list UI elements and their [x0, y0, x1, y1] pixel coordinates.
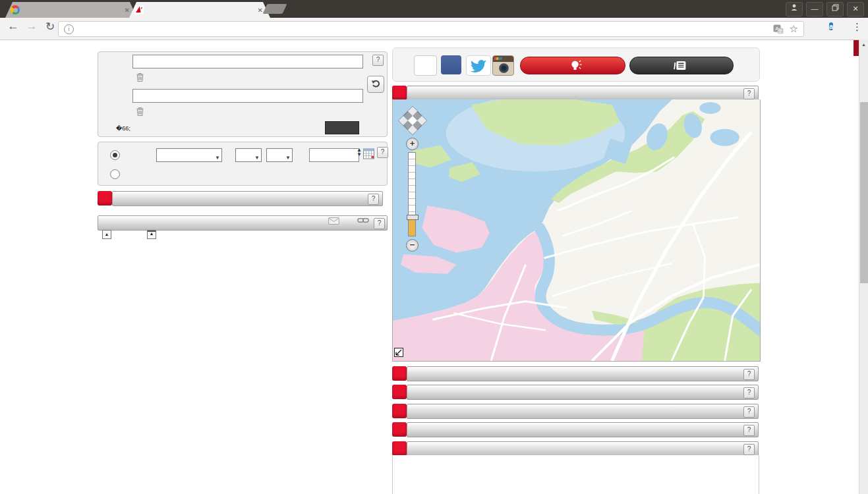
collapse-print-button[interactable] — [392, 441, 407, 456]
print-header-bar[interactable]: ? — [407, 441, 759, 456]
zoom-slider-handle[interactable] — [407, 215, 419, 220]
datetime-panel: ▼ ▼ ▼ ▲▼ ? — [98, 142, 388, 186]
advanced-settings-bar[interactable]: ? — [112, 191, 383, 206]
depart-select[interactable]: ▼ — [156, 148, 222, 162]
help-button[interactable]: ? — [743, 387, 755, 398]
trip-request-form: ? �66; — [98, 51, 388, 137]
restore-button[interactable] — [826, 2, 844, 16]
lightbulb-icon — [569, 60, 582, 71]
help-button[interactable]: ? — [372, 55, 384, 66]
downloads-origin-bar[interactable]: ? — [407, 385, 759, 400]
restore-icon — [832, 4, 839, 11]
page-info-icon[interactable]: i — [64, 24, 74, 34]
help-button[interactable]: ? — [743, 444, 755, 455]
window-titlebar: ✕ ✕ — ✕ — [0, 0, 868, 18]
swap-icon — [370, 78, 381, 89]
journeys-header-bar: ? — [98, 215, 388, 231]
print-panel — [392, 455, 759, 494]
page-edge-marker — [854, 40, 859, 56]
map-resize-button[interactable] — [394, 348, 403, 359]
youtube-icon[interactable] — [414, 55, 437, 76]
browser-tab-inactive[interactable]: ✕ — [5, 2, 137, 18]
scrollbar-thumb[interactable] — [860, 102, 868, 283]
map-header-bar[interactable]: ? — [407, 86, 759, 101]
close-button[interactable]: ✕ — [847, 2, 864, 16]
hour-select[interactable]: ▼ — [235, 148, 262, 162]
map-canvas[interactable]: + − — [392, 99, 761, 362]
send-button[interactable] — [328, 217, 342, 225]
extension-a-icon[interactable]: a — [829, 22, 842, 34]
suggestion-button[interactable] — [520, 57, 625, 74]
twitter-bird-icon — [469, 59, 486, 72]
regular-journey-radio[interactable] — [110, 169, 120, 179]
help-button[interactable]: ? — [743, 425, 755, 436]
facebook-icon[interactable] — [441, 55, 461, 74]
expand-advanced-settings-button[interactable] — [98, 191, 112, 206]
address-bar[interactable]: i A文 ☆ — [58, 21, 804, 37]
first-journey-icon[interactable]: ▲ — [147, 230, 156, 239]
journeys-nav-row: ▲ ▲ — [98, 230, 386, 239]
page-scrollbar[interactable]: ▲ — [859, 40, 868, 494]
person-icon — [790, 3, 798, 11]
instagram-icon[interactable] — [492, 55, 514, 76]
map-pan-control[interactable] — [397, 105, 428, 138]
new-tab-button[interactable] — [263, 4, 287, 14]
delete-from-icon[interactable] — [136, 72, 144, 82]
browser-tab-active[interactable]: ✕ — [129, 2, 270, 18]
minute-select[interactable]: ▼ — [266, 148, 293, 162]
extension-flame-icon[interactable] — [811, 22, 824, 34]
calendar-icon[interactable] — [363, 148, 374, 159]
help-button[interactable]: ? — [743, 369, 755, 380]
complaint-form-icon — [672, 61, 687, 70]
google-favicon-icon — [11, 5, 20, 14]
twitter-icon[interactable] — [466, 55, 491, 76]
swap-origin-destination-button[interactable] — [367, 76, 384, 93]
help-button[interactable]: ? — [743, 88, 755, 99]
reload-button[interactable]: ↻ — [42, 20, 58, 34]
zoom-out-button[interactable]: − — [406, 239, 419, 252]
help-button[interactable]: ? — [374, 218, 385, 229]
chain-icon — [357, 217, 369, 223]
from-input[interactable] — [132, 55, 363, 69]
date-stepper[interactable]: ▲▼ — [357, 148, 362, 157]
instagram-lens — [499, 63, 509, 73]
new-journey-row: �66; — [116, 123, 130, 132]
triangle-right-icon: �66; — [116, 125, 130, 132]
minimize-button[interactable]: — — [806, 2, 823, 16]
expand-transport-updates-button[interactable] — [392, 366, 407, 381]
expand-downloads-origin-button[interactable] — [392, 385, 407, 399]
bookmark-star-icon[interactable]: ☆ — [790, 23, 798, 35]
forward-button[interactable]: → — [24, 20, 40, 33]
submit-button[interactable] — [325, 121, 359, 134]
social-panel — [392, 47, 760, 82]
zoom-slider-fill — [409, 219, 415, 236]
envelope-icon — [328, 217, 339, 225]
downloads-service-bar[interactable]: ? — [407, 422, 759, 437]
translate-icon[interactable]: A文 — [773, 24, 784, 34]
transport-updates-bar[interactable]: ? — [407, 366, 759, 381]
complaint-button[interactable] — [629, 57, 734, 74]
svg-text:文: 文 — [778, 28, 782, 33]
back-button[interactable]: ← — [5, 20, 21, 33]
to-input[interactable] — [132, 89, 363, 103]
help-button[interactable]: ? — [743, 406, 755, 418]
collapse-map-button[interactable] — [392, 86, 407, 100]
zoom-in-button[interactable]: + — [406, 138, 419, 150]
depart-radio[interactable] — [110, 150, 120, 160]
zoom-slider[interactable] — [408, 152, 416, 236]
rta-favicon-icon — [134, 5, 144, 14]
scroll-up-icon[interactable]: ▲ — [861, 42, 866, 47]
profile-button[interactable] — [786, 2, 803, 16]
instagram-stripe — [494, 57, 502, 60]
browser-menu-icon[interactable]: ⋮ — [852, 21, 862, 33]
link-button[interactable] — [357, 217, 371, 223]
expand-downloads-service-button[interactable] — [392, 422, 407, 437]
expand-downloads-destination-button[interactable] — [392, 404, 407, 418]
help-button[interactable]: ? — [377, 147, 388, 158]
downloads-destination-bar[interactable]: ? — [407, 404, 759, 419]
tab-close-icon[interactable]: ✕ — [123, 7, 132, 14]
date-input[interactable] — [309, 148, 359, 162]
earlier-icon[interactable]: ▲ — [102, 230, 111, 239]
delete-to-icon[interactable] — [136, 107, 144, 117]
help-button[interactable]: ? — [368, 194, 379, 205]
